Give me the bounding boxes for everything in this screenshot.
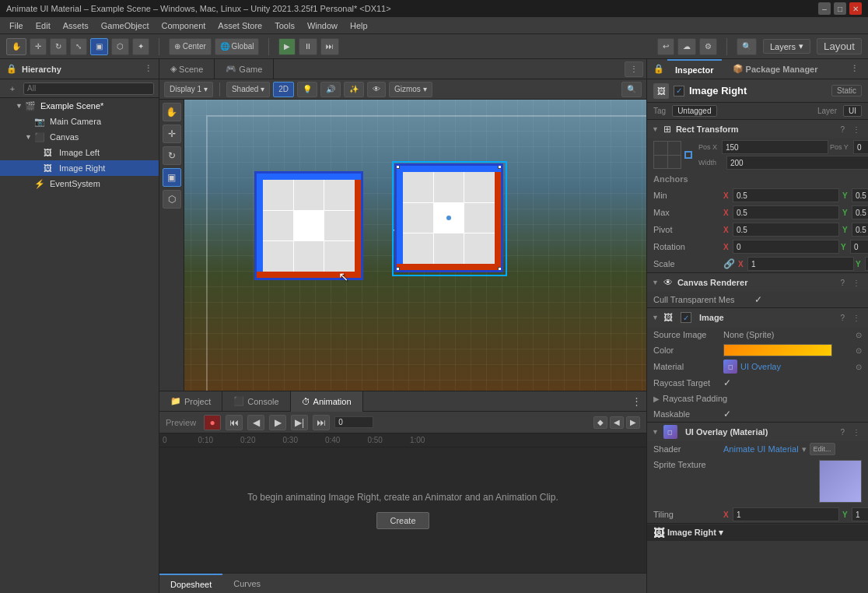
anchor-min-x-input[interactable] <box>733 188 839 202</box>
transform-tool-button[interactable]: ⬡ <box>111 38 129 55</box>
menu-tools[interactable]: Tools <box>268 19 301 32</box>
sprite-texture-preview[interactable] <box>819 460 862 503</box>
tiling-y-input[interactable] <box>852 507 868 521</box>
minimize-button[interactable]: – <box>818 2 831 15</box>
insp-menu-icon[interactable]: ⋮ <box>850 64 859 74</box>
bottom-image-label-text[interactable]: Image Right ▾ <box>667 528 723 538</box>
pause-button[interactable]: ⏸ <box>299 38 317 55</box>
lighting-button[interactable]: 💡 <box>297 82 317 97</box>
dopesheet-tab[interactable]: Dopesheet <box>159 574 222 594</box>
fx-button[interactable]: ✨ <box>344 82 364 97</box>
canvas-renderer-header[interactable]: ▼ 👁 Canvas Renderer ? ⋮ <box>647 273 868 292</box>
anim-prev-frame-button[interactable]: ◀ <box>247 415 264 430</box>
pivot-y-input[interactable] <box>852 223 868 237</box>
rotate-tool-button[interactable]: ↻ <box>50 38 67 55</box>
menu-help[interactable]: Help <box>344 19 374 32</box>
anchor-max-x-input[interactable] <box>733 205 839 219</box>
uio-settings-icon[interactable]: ⋮ <box>852 428 860 437</box>
step-button[interactable]: ⏭ <box>320 38 339 55</box>
source-image-value[interactable]: None (Sprite) <box>723 330 774 339</box>
pos-x-input[interactable] <box>722 140 828 154</box>
maskable-check[interactable]: ✓ <box>723 409 731 419</box>
anim-play-button[interactable]: ▶ <box>269 415 286 430</box>
tree-item-main-camera[interactable]: 📷 Main Camera <box>0 114 159 129</box>
img-help-icon[interactable]: ? <box>840 314 845 322</box>
material-value-label[interactable]: UI Overlay <box>740 362 781 371</box>
tree-item-image-left[interactable]: 🖼 Image Left <box>0 145 159 160</box>
anim-to-end-button[interactable]: ⏭ <box>313 415 330 430</box>
global-button[interactable]: 🌐 Global <box>215 38 260 55</box>
rot-x-input[interactable] <box>733 240 839 254</box>
layout-button[interactable]: Layout <box>817 38 862 54</box>
rect-tool-button[interactable]: ▣ <box>90 38 108 55</box>
scale-x-input[interactable] <box>747 257 854 271</box>
img-settings-icon[interactable]: ⋮ <box>852 314 860 322</box>
hand-tool-button[interactable]: ✋ <box>6 38 26 55</box>
custom-tool-button[interactable]: ✦ <box>132 38 149 55</box>
2d-button[interactable]: 2D <box>273 82 294 97</box>
cr-help-icon[interactable]: ? <box>840 279 845 287</box>
pos-y-input[interactable] <box>853 140 868 154</box>
material-picker-icon[interactable]: ⊙ <box>856 363 862 371</box>
add-keyframe-button[interactable]: ◆ <box>593 416 607 429</box>
anim-next-frame-button[interactable]: ▶| <box>291 415 308 430</box>
curves-tab[interactable]: Curves <box>222 574 271 594</box>
color-picker-icon[interactable]: ⊙ <box>856 346 862 355</box>
next-key-button[interactable]: ▶ <box>626 416 640 429</box>
image-component-header[interactable]: ▼ 🖼 Image ? ⋮ <box>647 308 868 327</box>
menu-asset-store[interactable]: Asset Store <box>212 19 268 32</box>
scene-display-dropdown[interactable]: Display 1 ▾ <box>164 82 213 97</box>
scale-tool-button[interactable]: ⤡ <box>70 38 87 55</box>
rect-scene-tool[interactable]: ▣ <box>163 168 181 187</box>
undo-button[interactable]: ↩ <box>657 38 674 55</box>
tree-item-example-scene[interactable]: ▼ 🎬 Example Scene* <box>0 98 159 114</box>
gizmos-button[interactable]: Gizmos ▾ <box>389 82 432 97</box>
cull-transparent-check[interactable]: ✓ <box>754 294 762 305</box>
source-image-picker-icon[interactable]: ⊙ <box>856 331 862 339</box>
hand-scene-tool[interactable]: ✋ <box>163 103 181 121</box>
rect-transform-header[interactable]: ▼ ⊞ Rect Transform ? ⋮ <box>647 120 868 139</box>
close-button[interactable]: ✕ <box>849 2 862 15</box>
hierarchy-search-input[interactable] <box>23 82 154 95</box>
create-animator-button[interactable]: Create <box>376 512 429 529</box>
shading-dropdown[interactable]: Shaded ▾ <box>226 82 270 97</box>
rot-y-input[interactable] <box>850 240 868 254</box>
rect-help-icon[interactable]: ? <box>840 125 845 134</box>
scene-menu-button[interactable]: ⋮ <box>625 61 643 77</box>
inspector-tab[interactable]: Inspector <box>667 59 722 79</box>
hidden-button[interactable]: 👁 <box>367 82 386 97</box>
play-button[interactable]: ▶ <box>278 38 296 55</box>
tree-item-canvas[interactable]: ▼ ⬛ Canvas <box>0 129 159 145</box>
hierarchy-add-button[interactable]: + <box>5 82 20 96</box>
shader-edit-button[interactable]: Edit... <box>810 443 835 455</box>
prev-key-button[interactable]: ◀ <box>610 416 624 429</box>
maximize-button[interactable]: □ <box>834 2 846 15</box>
tiling-x-input[interactable] <box>733 507 839 521</box>
color-picker-preview[interactable] <box>723 344 832 356</box>
image-left-widget[interactable] <box>254 171 363 280</box>
game-tab[interactable]: 🎮 Game <box>215 59 274 79</box>
console-tab[interactable]: ⬛ Console <box>222 391 290 412</box>
time-input[interactable] <box>334 416 373 428</box>
move-scene-tool[interactable]: ✛ <box>163 125 181 143</box>
menu-window[interactable]: Window <box>301 19 344 32</box>
menu-gameobject[interactable]: GameObject <box>95 19 156 32</box>
anchor-max-y-input[interactable] <box>852 205 868 219</box>
anchor-display[interactable] <box>653 141 692 169</box>
custom-scene-tool[interactable]: ⬡ <box>163 190 181 209</box>
layer-value[interactable]: UI <box>843 105 862 117</box>
move-tool-button[interactable]: ✛ <box>30 38 47 55</box>
layers-dropdown[interactable]: Layers ▾ <box>763 39 810 54</box>
cloud-button[interactable]: ☁ <box>677 38 696 55</box>
menu-assets[interactable]: Assets <box>57 19 95 32</box>
scale-y-input[interactable] <box>865 257 868 271</box>
shader-dropdown-icon[interactable]: ▾ <box>802 444 807 454</box>
menu-file[interactable]: File <box>3 19 30 32</box>
hierarchy-menu-icon[interactable]: ⋮ <box>144 64 152 74</box>
menu-component[interactable]: Component <box>155 19 212 32</box>
anim-to-start-button[interactable]: ⏮ <box>226 415 243 430</box>
center-button[interactable]: ⊕ Center <box>169 38 212 55</box>
raycast-target-check[interactable]: ✓ <box>723 377 731 388</box>
scene-search-button[interactable]: 🔍 <box>621 82 642 97</box>
tree-item-image-right[interactable]: 🖼 Image Right <box>0 160 159 176</box>
